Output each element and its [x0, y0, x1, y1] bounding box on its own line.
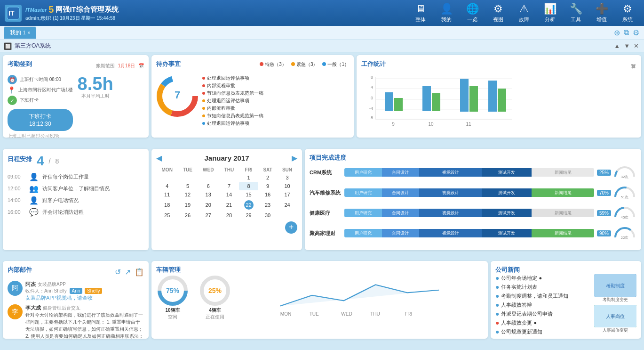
mail-copy-icon[interactable]: 📋	[135, 268, 144, 277]
list-item: 处理退回运评估事项	[202, 98, 349, 104]
svg-text:TUE: TUE	[310, 311, 319, 317]
schedule-items: 09:00 👤 评估每个岗位工作量 12:00 👥 访问客户单位，了解细目情况 …	[8, 172, 144, 217]
settings-button[interactable]: ⚙	[632, 27, 640, 38]
mail-share-icon[interactable]: ↗	[125, 268, 131, 277]
admin-info: admin,您好! (1) 10月23日 星期一 15:44:58	[25, 15, 119, 22]
mail-header: 内部邮件 ↺ ↗ 📋	[8, 266, 144, 278]
vehicle-gauges: 75% 10辆车 空闲	[156, 274, 231, 320]
list-item: 14:00 👤 跟客户电话情况	[8, 196, 144, 205]
list-item: 聚高家理财 用户研究 合同设计 视觉设计 测试开发 新闻结尾 90%	[310, 226, 636, 241]
todo-title: 待办事宜	[156, 60, 181, 68]
schedule-total: 8	[55, 157, 59, 165]
window-button[interactable]: ⧉	[623, 27, 630, 38]
tab-bar: 我的 1 × ⊕ ⧉ ⚙	[0, 26, 644, 40]
att-title: 考勤签到	[8, 60, 32, 68]
news-image-2: 人事岗位	[594, 305, 636, 327]
svg-text:IT: IT	[8, 9, 15, 17]
mail-list: 阿 阿杰 女装品牌APP 收件人：Ann Shelly Ann Shelly	[8, 281, 144, 339]
svg-text:32次: 32次	[621, 175, 629, 179]
tab-close[interactable]: ×	[28, 30, 31, 35]
svg-rect-19	[394, 98, 403, 111]
list-item: 处理退回运评估事项	[202, 75, 349, 81]
attendance-card: 考勤签到 账期范围 1月18日 📅 ⏰ 上班打卡时间 08:00	[3, 55, 149, 138]
att-calendar-icon[interactable]: 📅	[138, 63, 144, 68]
news-images: 考勤制度 考勤制度变更 人事岗位	[594, 274, 636, 335]
win-min-button[interactable]: ▲	[612, 42, 621, 49]
cal-today: 22	[244, 200, 254, 210]
cal-prev-button[interactable]: ◀	[156, 154, 162, 163]
calendar-grid: MON TUE WED THU FRI SAT SUN	[156, 166, 297, 220]
svg-text:0: 0	[371, 96, 373, 100]
list-item: 节短向信息员表规范第一稿	[202, 113, 349, 119]
svg-rect-21	[432, 93, 440, 111]
mail-title: 内部邮件	[8, 266, 32, 274]
svg-rect-25	[498, 89, 506, 112]
list-item: 09:00 👤 评估每个岗位工作量	[8, 172, 144, 181]
cal-next-button[interactable]: ▶	[292, 154, 297, 163]
workstat-chart: 8 4 0 -4 -8	[361, 72, 636, 135]
tab-mine[interactable]: 我的 1 ×	[4, 26, 36, 39]
nav-fault[interactable]: ⚠ 故障	[512, 1, 536, 25]
avatar: 阿	[8, 281, 23, 296]
project-card: 项目完成进度 CRM系统 用户研究 合同设计 视觉设计 测试开发 新闻结尾 25…	[305, 149, 641, 250]
nav-mine[interactable]: 👤 我的	[435, 1, 458, 25]
svg-rect-18	[385, 92, 393, 111]
nav-icons: 🖥 整体 👤 我的 🌐 一览 ⚙ 视图 ⚠ 故障 📊 分析 🔧 工具 ➕	[409, 1, 639, 25]
project-title: 项目完成进度	[310, 154, 346, 161]
win-close-button[interactable]: ✕	[632, 42, 640, 49]
list-item: ● 考勤制度调整，请和员工通知	[495, 292, 591, 300]
att-hours: 8.5h	[78, 75, 113, 93]
location-icon: 📍	[8, 86, 16, 94]
nav-tools[interactable]: 🔧 工具	[564, 1, 588, 25]
nav-overview[interactable]: 🌐 一览	[461, 1, 484, 25]
svg-rect-20	[422, 86, 431, 111]
svg-text:-8: -8	[369, 115, 373, 120]
svg-text:-4: -4	[369, 106, 373, 111]
schedule-card: 日程安排 4 / 8 09:00 👤 评估每个岗位工作量 12:00 👥 访问客…	[3, 149, 149, 250]
svg-rect-23	[469, 86, 478, 112]
checkin-button[interactable]: 下班打卡18:12:30	[8, 109, 73, 131]
cal-header: ◀ January 2017 ▶	[156, 154, 297, 163]
cal-add-button[interactable]: +	[285, 221, 297, 234]
list-item: ● 任务实施计划表	[495, 283, 591, 291]
att-header: 考勤签到 账期范围 1月18日 📅	[8, 60, 144, 72]
svg-text:4: 4	[371, 85, 373, 90]
win-restore-button[interactable]: ▼	[622, 42, 631, 49]
top-navigation: IT ITMaster 5 网强IT综合管理系统 admin,您好! (1) 1…	[0, 0, 644, 26]
schedule-done: 4	[37, 154, 44, 169]
calendar-card: ◀ January 2017 ▶ MON TUE WED THU FRI SAT	[151, 149, 302, 250]
todo-donut-chart: 7	[156, 75, 199, 117]
nav-system[interactable]: ⚙ 系统	[616, 1, 639, 25]
mail-toolbar: ↺ ↗ 📋	[115, 268, 144, 277]
cal-title: January 2017	[204, 154, 249, 162]
svg-rect-22	[460, 79, 469, 112]
vehicle-trend-chart: MON TUE WED THU FRI	[236, 274, 483, 312]
list-item: 健康医疗 用户研究 合同设计 视觉设计 测试开发 新闻结尾 59%	[310, 205, 636, 221]
list-item: 汽车维修系统 用户研究 合同设计 视觉设计 测试开发 新闻结尾 70%	[310, 185, 636, 201]
row2: 日程安排 4 / 8 09:00 👤 评估每个岗位工作量 12:00 👥 访问客…	[3, 149, 641, 250]
nav-value[interactable]: ➕ 增值	[590, 1, 613, 25]
todo-legend: 特急（3） 紧急（3） 一般（1）	[260, 61, 349, 68]
list-item: ● 公司规章更新通知	[495, 328, 591, 335]
svg-text:MON: MON	[280, 311, 292, 317]
list-item: ● 人事绩效变更 ●	[495, 319, 591, 326]
workstat-title: 工作统计	[361, 60, 386, 68]
todo-card: 待办事宜 特急（3） 紧急（3） 一般（1）	[151, 55, 354, 138]
svg-text:51次: 51次	[621, 195, 629, 199]
todo-items: 处理退回运评估事项 内部流程审批 节短向信息员表规范第一稿 处理退回运	[202, 75, 349, 127]
mail-refresh-icon[interactable]: ↺	[115, 268, 121, 277]
svg-text:WED: WED	[341, 311, 352, 317]
nav-overall[interactable]: 🖥 整体	[409, 1, 432, 25]
mail-card: 内部邮件 ↺ ↗ 📋 阿 阿杰	[3, 261, 149, 339]
att-note: 上班工时已超过公司60%	[8, 133, 144, 138]
svg-text:FRI: FRI	[405, 311, 412, 317]
nav-view[interactable]: ⚙ 视图	[486, 1, 510, 25]
list-item: CRM系统 用户研究 合同设计 视觉设计 测试开发 新闻结尾 25%	[310, 165, 636, 180]
window-title-text: 第三方OA系统	[15, 42, 51, 50]
add-tab-button[interactable]: ⊕	[613, 27, 621, 38]
list-item: 阿 阿杰 女装品牌APP 收件人：Ann Shelly Ann Shelly	[8, 281, 144, 301]
list-item: 李 李大成 健身管理后台交互 针对今天讨论的架构图，我们进行了该质效益时遇到了一…	[8, 304, 144, 339]
svg-text:9: 9	[392, 122, 395, 127]
nav-analysis[interactable]: 📊 分析	[538, 1, 562, 25]
vehicle-title: 车辆管理	[156, 266, 181, 273]
